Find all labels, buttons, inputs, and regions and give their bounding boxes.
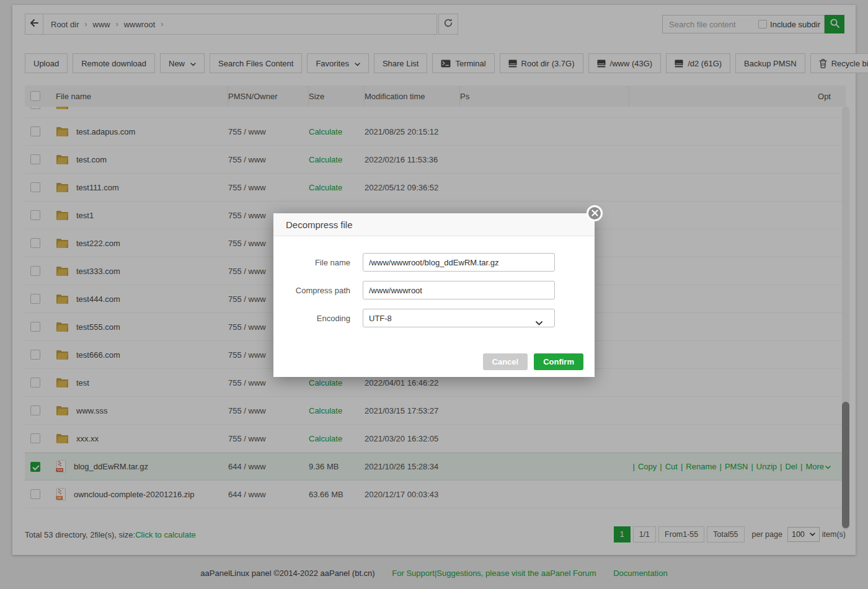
field-label: Encoding (273, 314, 350, 323)
cancel-button[interactable]: Cancel (483, 353, 528, 370)
form-row-compress-path: Compress path (273, 281, 595, 299)
form-row-file-name: File name (273, 253, 595, 272)
compress-path-input[interactable] (363, 281, 555, 299)
encoding-select[interactable] (363, 309, 555, 327)
close-button[interactable] (587, 205, 603, 221)
field-label: File name (273, 258, 350, 267)
form-row-encoding: Encoding (273, 309, 595, 327)
dialog-body: File nameCompress pathEncoding (273, 236, 595, 327)
file-name-input[interactable] (363, 253, 555, 272)
close-icon (591, 208, 598, 219)
field-label: Compress path (273, 286, 350, 295)
dialog-footer: Cancel Confirm (273, 346, 595, 377)
dialog-title: Decompress file (273, 213, 595, 236)
encoding-select-value[interactable] (363, 309, 555, 327)
confirm-button[interactable]: Confirm (534, 353, 583, 370)
decompress-dialog: Decompress file File nameCompress pathEn… (273, 213, 595, 377)
